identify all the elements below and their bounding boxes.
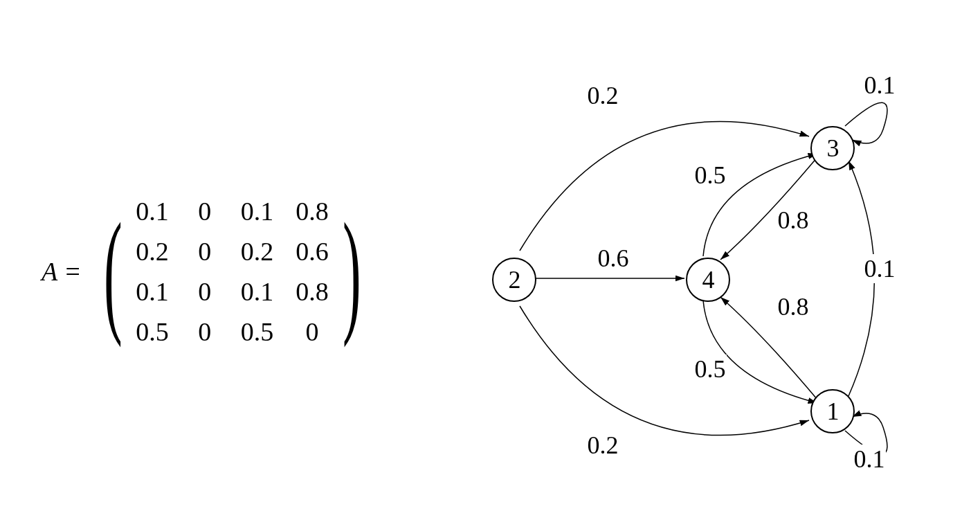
matrix-cell: 0.1 — [241, 196, 274, 226]
matrix-cell: 0.5 — [241, 316, 274, 347]
node-label: 2 — [508, 265, 520, 294]
matrix-cell: 0 — [296, 316, 329, 347]
matrix-cell: 0 — [191, 196, 219, 226]
right-paren: ) — [343, 223, 361, 320]
node-3: 3 — [810, 126, 855, 170]
matrix-equation: A = ( 0.1 0 0.1 0.8 0.2 0 0.2 0.6 0.1 0 … — [42, 196, 374, 347]
edge-label-3-3: 0.1 — [862, 71, 896, 100]
node-label: 4 — [702, 265, 714, 294]
edge-label-2-4: 0.6 — [596, 244, 630, 273]
edge-label-3-4: 0.8 — [776, 206, 810, 235]
matrix-cell: 0.8 — [296, 196, 329, 226]
matrix-variable-label: A = — [42, 256, 82, 287]
matrix-body: ( 0.1 0 0.1 0.8 0.2 0 0.2 0.6 0.1 0 0.1 … — [90, 196, 375, 347]
left-paren: ( — [104, 223, 122, 320]
edge-label-4-3: 0.5 — [693, 161, 727, 190]
node-2: 2 — [492, 258, 536, 302]
edge-label-4-1: 0.5 — [693, 355, 727, 384]
edge-label-1-1: 0.1 — [852, 445, 886, 474]
matrix-grid: 0.1 0 0.1 0.8 0.2 0 0.2 0.6 0.1 0 0.1 0.… — [136, 196, 329, 347]
edge-2-1 — [520, 306, 809, 436]
matrix-cell: 0.1 — [136, 196, 169, 226]
matrix-cell: 0.1 — [241, 276, 274, 307]
matrix-cell: 0 — [191, 276, 219, 307]
matrix-cell: 0.6 — [296, 236, 329, 267]
matrix-cell: 0.1 — [136, 276, 169, 307]
matrix-cell: 0.8 — [296, 276, 329, 307]
node-label: 1 — [826, 397, 839, 426]
matrix-cell: 0.2 — [136, 236, 169, 267]
matrix-cell: 0.2 — [241, 236, 274, 267]
edge-label-1-4: 0.8 — [776, 292, 810, 321]
node-4: 4 — [686, 258, 730, 302]
node-1: 1 — [810, 389, 855, 433]
node-label: 3 — [826, 134, 839, 163]
matrix-cell: 0.5 — [136, 316, 169, 347]
edge-2-3 — [520, 121, 809, 251]
edge-label-2-3: 0.2 — [586, 81, 619, 110]
edge-label-1-3: 0.1 — [862, 254, 896, 283]
markov-graph: 1 2 3 4 0.1 0.1 0.8 0.2 0.2 0.6 0.1 0.8 … — [430, 22, 914, 507]
matrix-cell: 0 — [191, 316, 219, 347]
matrix-cell: 0 — [191, 236, 219, 267]
edge-label-2-1: 0.2 — [586, 431, 619, 460]
